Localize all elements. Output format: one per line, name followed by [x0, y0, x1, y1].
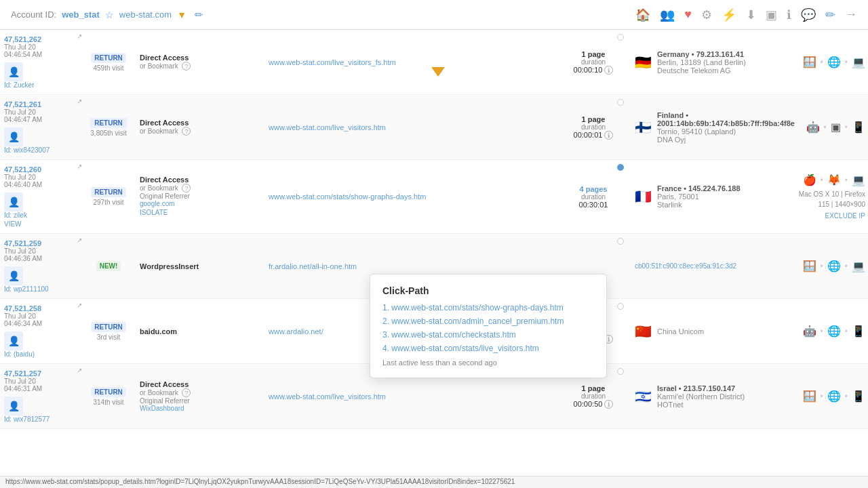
visitor-date: Thu Jul 20	[4, 43, 77, 51]
download-icon[interactable]: ⬇	[746, 7, 756, 22]
row-link-icon[interactable]: ↗	[77, 302, 82, 309]
page-url[interactable]: fr.ardalio.net/all-in-one.htm	[269, 262, 357, 270]
visitor-label[interactable]: Id: wp2111100	[4, 285, 77, 293]
visitor-label[interactable]: Id: wix7812577	[4, 415, 77, 423]
visitor-id[interactable]: 47,521,257	[4, 369, 77, 378]
edit2-icon[interactable]: ✏	[825, 7, 835, 22]
referrer-orig-value: google.com	[140, 200, 260, 207]
page-col: www.web-stat.com/stats/show-graphs-days.…	[264, 160, 556, 233]
question-icon[interactable]: ?	[182, 62, 191, 70]
visitor-id[interactable]: 47,521,262	[4, 35, 77, 43]
city-name: Berlin, 13189 (Land Berlin)	[657, 58, 746, 66]
os-icon: 🪟	[803, 390, 816, 403]
separator: •	[821, 58, 823, 67]
visitor-label[interactable]: Id: Zucker	[4, 81, 77, 89]
visitors-table: ↗ 47,521,262 Thu Jul 20 04:46:54 AM 👤 Id…	[0, 30, 868, 488]
visitor-id[interactable]: 47,521,259	[4, 239, 77, 247]
account-id-value[interactable]: web_stat	[62, 9, 100, 20]
duration-info-icon[interactable]: ℹ	[604, 131, 613, 140]
favorites-icon[interactable]: ♥	[684, 7, 692, 22]
device-icon: 💻	[852, 56, 865, 68]
page-url[interactable]: www.web-stat.com/live_visitors.htm	[269, 392, 386, 401]
country-flag: 🇫🇮	[635, 119, 652, 136]
popup-item-1[interactable]: 1. www.web-stat.com/stats/show-graphs-da…	[382, 303, 594, 312]
domain-link[interactable]: web-stat.com	[119, 9, 172, 20]
referrer-main: Direct Access	[140, 380, 260, 388]
row-link-icon[interactable]: ↗	[77, 98, 82, 105]
avatar: 👤	[4, 62, 23, 81]
pages-duration-col: 1 page duration 00:00:10 ℹ	[556, 30, 631, 94]
visitor-id[interactable]: 47,521,261	[4, 100, 77, 108]
visit-type-col: RETURN 3,805th visit	[81, 95, 136, 159]
page-url[interactable]: www.web-stat.com/stats/show-graphs-days.…	[269, 192, 426, 201]
row-link-icon[interactable]: ↗	[77, 163, 82, 170]
users-icon[interactable]: 👥	[660, 7, 675, 22]
info-icon[interactable]: ℹ	[787, 7, 791, 22]
location-col: 🇫🇷 France • 145.224.76.188 Paris, 75001 …	[631, 160, 787, 233]
visitor-view-link[interactable]: VIEW	[4, 220, 77, 228]
row-link-icon[interactable]: ↗	[77, 237, 82, 244]
tech-col: 🪟 • 🌐 • 💻	[787, 30, 868, 94]
lightning-icon[interactable]: ⚡	[722, 7, 736, 22]
settings-icon[interactable]: ⚙	[701, 7, 712, 22]
duration-info-icon[interactable]: ℹ	[604, 400, 613, 409]
row-link-icon[interactable]: ↗	[77, 367, 82, 374]
pages-count: 1 page	[582, 384, 606, 392]
popup-item-4[interactable]: 4. www.web-stat.com/stats/live_visitors.…	[382, 344, 594, 353]
referrer-sub: or Bookmark ?	[140, 388, 260, 397]
duration-info-icon[interactable]: ℹ	[604, 66, 613, 75]
exclude-ip-action[interactable]: EXCLUDE IP	[825, 212, 865, 220]
location-text: cb00:51f:c900:c8ec:e95a:91c:3d2	[635, 262, 736, 270]
country-flag: 🇫🇷	[635, 188, 652, 205]
location-col: 🇩🇪 Germany • 79.213.161.41 Berlin, 13189…	[631, 30, 787, 94]
topbar-right: 🏠 👥 ♥ ⚙ ⚡ ⬇ ▣ ℹ 💬 ✏ →	[635, 7, 857, 22]
visitor-label[interactable]: Id: (baidu)	[4, 350, 77, 358]
referrer-main: Direct Access	[140, 119, 260, 127]
visit-count: 459th visit	[91, 64, 126, 72]
page-url[interactable]: www.web-stat.com/live_visitors.htm	[269, 123, 386, 131]
location-text: China Unicom	[657, 327, 704, 336]
visitor-info-col: 47,521,259 Thu Jul 20 04:46:36 AM 👤 Id: …	[0, 234, 81, 298]
dot-indicator	[617, 238, 624, 245]
page-url[interactable]: www.web-stat.com/live_visitors_fs.htm	[269, 58, 396, 66]
location-col: 🇮🇱 Israel • 213.57.150.147 Karmi'el (Nor…	[631, 364, 787, 428]
country-name: Israel • 213.57.150.147	[657, 384, 745, 392]
row-link-icon[interactable]: ↗	[77, 33, 82, 40]
question-icon[interactable]: ?	[182, 388, 191, 397]
chat-icon[interactable]: 💬	[801, 7, 816, 22]
referrer-sub: or Bookmark ?	[140, 62, 260, 70]
visit-count: 3rd visit	[91, 333, 126, 341]
edit-icon[interactable]: ✏	[195, 9, 203, 21]
tech-col: 🪟 • 🌐 • 📱	[787, 364, 868, 428]
visitor-id[interactable]: 47,521,258	[4, 304, 77, 312]
logout-icon[interactable]: →	[845, 7, 857, 22]
popup-item-3[interactable]: 3. www.web-stat.com/checkstats.htm	[382, 330, 594, 340]
question-icon[interactable]: ?	[182, 127, 191, 136]
window-icon[interactable]: ▣	[766, 7, 777, 22]
city-name: Tornio, 95410 (Lapland)	[657, 127, 795, 136]
avatar: 👤	[4, 192, 23, 211]
dropdown-arrow[interactable]: ▼	[177, 9, 186, 20]
question-icon[interactable]: ?	[182, 184, 191, 192]
account-id-label: Account ID:	[11, 9, 56, 20]
visitor-time: 04:46:34 AM	[4, 320, 77, 327]
country-flag: 🇨🇳	[635, 323, 652, 340]
separator: •	[845, 176, 848, 185]
visitor-label[interactable]: Id: wix8423007	[4, 146, 77, 154]
home-icon[interactable]: 🏠	[635, 7, 650, 22]
referrer-orig-label: Original Referrer	[140, 397, 260, 405]
isolate-action[interactable]: ISOLATE	[140, 209, 168, 216]
dot-indicator	[617, 34, 624, 41]
visitor-info-col: 47,521,261 Thu Jul 20 04:46:47 AM 👤 Id: …	[0, 95, 81, 159]
tech-col: 🍎 • 🦊 • 💻 Mac OS X 10 | Firefox 115 | 14…	[787, 160, 868, 233]
visitor-date: Thu Jul 20	[4, 174, 77, 181]
visitor-id[interactable]: 47,521,260	[4, 165, 77, 174]
isp-name: Starlink	[657, 201, 741, 209]
visitor-label[interactable]: Id: zilek	[4, 211, 77, 219]
city-name: Paris, 75001	[657, 192, 741, 201]
avatar: 👤	[4, 127, 23, 146]
duration-label: duration	[581, 193, 606, 201]
page-url[interactable]: www.ardalio.net/	[269, 327, 323, 336]
popup-item-2[interactable]: 2. www.web-stat.com/admin_cancel_premium…	[382, 317, 594, 326]
browser-icon: ▣	[831, 121, 841, 134]
